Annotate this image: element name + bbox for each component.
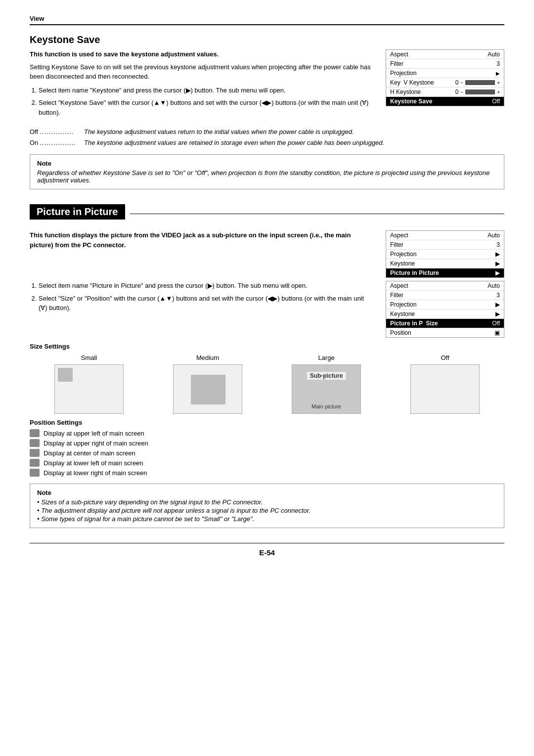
size-off-label: Off: [441, 354, 449, 361]
pip-step2: Select "Size" or "Position" with the cur…: [39, 294, 371, 313]
keystone-save-body: Setting Keystone Save to on will set the…: [30, 62, 371, 82]
pos-icon-2: [30, 439, 40, 447]
size-large-box: Sub-picture Main picture: [292, 364, 361, 414]
pos-icon-1: [30, 429, 40, 437]
pip-menu3: Aspect Auto Filter 3 Projection ▶ Keysto…: [386, 281, 504, 338]
size-medium-col: Medium: [148, 354, 267, 414]
pip-menu3-filter: Filter 3: [386, 291, 504, 300]
pip-menu2-keystone: Keystone ▶: [386, 259, 504, 268]
keystone-save-note: Note Regardless of whether Keystone Save…: [30, 154, 504, 189]
menu-row-aspect: Aspect Auto: [386, 50, 504, 59]
keystone-save-note-text: Regardless of whether Keystone Save is s…: [37, 169, 490, 184]
pip-menu2-projection: Projection ▶: [386, 250, 504, 259]
size-large-col: Large Sub-picture Main picture: [267, 354, 386, 414]
keystone-save-step1: Select item name "Keystone" and press th…: [39, 86, 371, 95]
size-off-col: Off: [386, 354, 504, 414]
pip-note-bullet-2: • The adjustment display and picture wil…: [37, 507, 497, 514]
pos-icon-4: [30, 459, 40, 467]
position-settings-label: Position Settings: [30, 419, 504, 426]
size-small-label: Small: [81, 354, 97, 361]
pip-menu3-position: Position ▣: [386, 328, 504, 337]
pip-step1: Select item name "Picture in Picture" an…: [39, 281, 371, 291]
off-on-lines: Off ............... The keystone adjustm…: [30, 127, 504, 147]
size-medium-box: [173, 364, 242, 414]
position-item-1: Display at upper left of main screen: [30, 429, 504, 437]
page-number: E-54: [30, 543, 504, 557]
keystone-save-step2: Select "Keystone Save" with the cursor (…: [39, 98, 371, 117]
pip-bold-intro: This function displays the picture from …: [30, 230, 371, 250]
pip-menu3-aspect: Aspect Auto: [386, 281, 504, 291]
size-medium-label: Medium: [196, 354, 219, 361]
pip-section-divider: Picture in Picture: [30, 204, 504, 223]
pip-note-box: Note • Sizes of a sub-picture vary depen…: [30, 484, 504, 528]
pip-menu-table1: Aspect Auto Filter 3 Projection ▶ Keysto…: [386, 230, 504, 278]
position-item-3: Display at center of main screen: [30, 449, 504, 457]
menu-row-keystone-save: Keystone Save Off: [386, 97, 504, 106]
pip-menu2: Aspect Auto Filter 3 Projection ▶ Keysto…: [386, 230, 504, 278]
pip-menu3-keystone: Keystone ▶: [386, 310, 504, 319]
position-list: Display at upper left of main screen Dis…: [30, 429, 504, 477]
keystone-save-menu-table: Aspect Auto Filter 3 Projection ▶ Key V …: [386, 49, 504, 106]
pip-menu-table2: Aspect Auto Filter 3 Projection ▶ Keysto…: [386, 281, 504, 338]
pip-steps-col: Select item name "Picture in Picture" an…: [30, 281, 371, 338]
keystone-save-title: Keystone Save: [30, 34, 504, 45]
pos-icon-5: [30, 469, 40, 477]
pip-menu2-pip: Picture in Picture ▶: [386, 268, 504, 277]
main-picture-label: Main picture: [312, 403, 341, 409]
keystone-save-left: This function is used to save the keysto…: [30, 49, 371, 122]
pip-menu2-aspect: Aspect Auto: [386, 231, 504, 240]
size-small-inner: [58, 368, 73, 382]
sub-picture-label: Sub-picture: [307, 372, 346, 380]
pos-icon-3: [30, 449, 40, 457]
menu-row-hkeystone: H Keystone 0 − +: [386, 88, 504, 97]
pip-note-title: Note: [37, 489, 497, 496]
keystone-save-steps: Select item name "Keystone" and press th…: [39, 86, 371, 118]
size-small-col: Small: [30, 354, 148, 414]
position-item-2: Display at upper right of main screen: [30, 439, 504, 447]
position-item-5: Display at lower right of main screen: [30, 469, 504, 477]
pip-menu2-filter: Filter 3: [386, 240, 504, 250]
keystone-save-bold-intro: This function is used to save the keysto…: [30, 49, 371, 59]
section-hr: [130, 214, 505, 214]
position-item-4: Display at lower left of main screen: [30, 459, 504, 467]
menu-row-filter: Filter 3: [386, 59, 504, 69]
keystone-save-note-title: Note: [37, 160, 497, 167]
size-medium-inner: [191, 375, 225, 404]
size-settings-label: Size Settings: [30, 343, 504, 350]
on-line: On ................ The keystone adjustm…: [30, 138, 504, 148]
pip-left-col: This function displays the picture from …: [30, 230, 371, 278]
view-header: View: [30, 15, 504, 25]
off-line: Off ............... The keystone adjustm…: [30, 127, 504, 137]
size-off-box: [410, 364, 480, 414]
pip-note-bullet-3: • Some types of signal for a main pictur…: [37, 515, 497, 523]
size-large-label: Large: [318, 354, 334, 361]
pip-title: Picture in Picture: [30, 204, 125, 220]
size-small-box: [54, 364, 124, 414]
pip-note-bullet-1: • Sizes of a sub-picture vary depending …: [37, 498, 497, 506]
pip-steps: Select item name "Picture in Picture" an…: [39, 281, 371, 313]
pip-menu3-size: Picture in P Size Off: [386, 319, 504, 328]
pip-menu3-projection: Projection ▶: [386, 300, 504, 310]
menu-row-vkeystone: Key V Keystone 0 − +: [386, 78, 504, 88]
menu-row-projection: Projection ▶: [386, 69, 504, 78]
keystone-save-menu: Aspect Auto Filter 3 Projection ▶ Key V …: [386, 49, 504, 122]
size-row: Small Medium Large Sub-picture Main pict…: [30, 354, 504, 414]
